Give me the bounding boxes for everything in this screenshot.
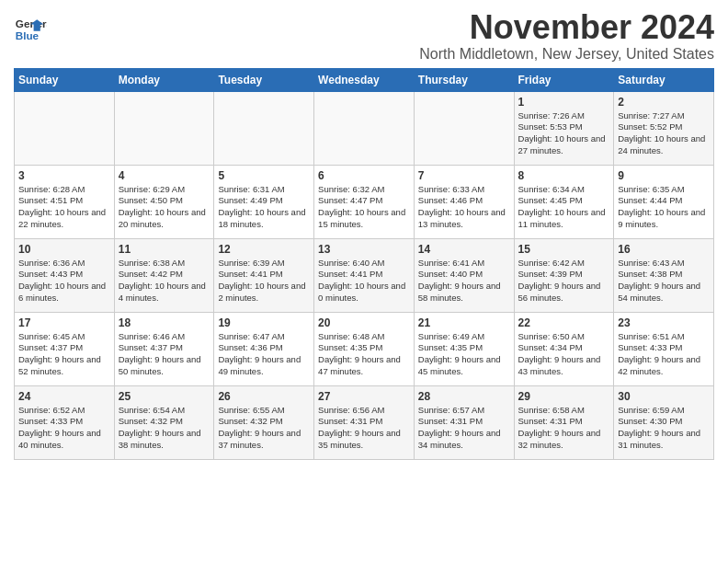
day-info: Sunrise: 6:47 AM Sunset: 4:36 PM Dayligh… <box>218 331 310 378</box>
day-number: 6 <box>318 169 410 182</box>
calendar-cell: 10Sunrise: 6:36 AM Sunset: 4:43 PM Dayli… <box>15 238 115 312</box>
month-title: November 2024 <box>419 9 714 46</box>
calendar-cell: 30Sunrise: 6:59 AM Sunset: 4:30 PM Dayli… <box>614 385 714 459</box>
calendar-cell: 17Sunrise: 6:45 AM Sunset: 4:37 PM Dayli… <box>15 312 115 385</box>
calendar-week-row: 3Sunrise: 6:28 AM Sunset: 4:51 PM Daylig… <box>15 165 714 238</box>
day-info: Sunrise: 6:34 AM Sunset: 4:45 PM Dayligh… <box>518 184 610 231</box>
calendar-cell <box>314 91 415 165</box>
day-number: 3 <box>18 169 110 182</box>
calendar-week-row: 17Sunrise: 6:45 AM Sunset: 4:37 PM Dayli… <box>15 312 714 385</box>
day-info: Sunrise: 6:59 AM Sunset: 4:30 PM Dayligh… <box>618 405 710 452</box>
day-info: Sunrise: 6:57 AM Sunset: 4:31 PM Dayligh… <box>418 405 510 452</box>
weekday-header-row: SundayMondayTuesdayWednesdayThursdayFrid… <box>15 68 714 91</box>
day-info: Sunrise: 6:42 AM Sunset: 4:39 PM Dayligh… <box>518 258 610 304</box>
day-number: 12 <box>218 243 310 256</box>
calendar-cell: 25Sunrise: 6:54 AM Sunset: 4:32 PM Dayli… <box>114 385 214 459</box>
day-number: 14 <box>418 243 510 256</box>
weekday-header-wednesday: Wednesday <box>314 68 415 91</box>
day-info: Sunrise: 6:52 AM Sunset: 4:33 PM Dayligh… <box>18 405 110 452</box>
calendar-cell: 19Sunrise: 6:47 AM Sunset: 4:36 PM Dayli… <box>214 312 314 385</box>
day-info: Sunrise: 6:28 AM Sunset: 4:51 PM Dayligh… <box>18 184 110 231</box>
day-number: 25 <box>119 390 210 403</box>
calendar-cell: 1Sunrise: 7:26 AM Sunset: 5:53 PM Daylig… <box>514 91 614 165</box>
day-number: 13 <box>318 243 410 256</box>
weekday-header-monday: Monday <box>114 68 214 91</box>
day-info: Sunrise: 6:54 AM Sunset: 4:32 PM Dayligh… <box>119 405 210 452</box>
header: General Blue November 2024 North Middlet… <box>14 9 714 63</box>
calendar-week-row: 1Sunrise: 7:26 AM Sunset: 5:53 PM Daylig… <box>15 91 714 165</box>
calendar-cell: 12Sunrise: 6:39 AM Sunset: 4:41 PM Dayli… <box>214 238 314 312</box>
day-info: Sunrise: 6:29 AM Sunset: 4:50 PM Dayligh… <box>119 184 210 231</box>
day-number: 7 <box>418 169 510 182</box>
day-number: 10 <box>18 243 110 256</box>
calendar-cell <box>414 91 514 165</box>
day-number: 30 <box>618 390 710 403</box>
day-info: Sunrise: 6:55 AM Sunset: 4:32 PM Dayligh… <box>218 405 310 452</box>
day-number: 29 <box>518 390 610 403</box>
day-info: Sunrise: 6:48 AM Sunset: 4:35 PM Dayligh… <box>318 331 410 378</box>
logo: General Blue <box>14 9 47 46</box>
day-info: Sunrise: 6:46 AM Sunset: 4:37 PM Dayligh… <box>119 331 210 378</box>
calendar-cell: 5Sunrise: 6:31 AM Sunset: 4:49 PM Daylig… <box>214 165 314 238</box>
day-number: 22 <box>518 316 610 329</box>
calendar-week-row: 10Sunrise: 6:36 AM Sunset: 4:43 PM Dayli… <box>15 238 714 312</box>
day-info: Sunrise: 6:51 AM Sunset: 4:33 PM Dayligh… <box>618 331 710 378</box>
calendar-cell: 26Sunrise: 6:55 AM Sunset: 4:32 PM Dayli… <box>214 385 314 459</box>
calendar-cell: 11Sunrise: 6:38 AM Sunset: 4:42 PM Dayli… <box>114 238 214 312</box>
day-info: Sunrise: 6:36 AM Sunset: 4:43 PM Dayligh… <box>18 258 110 304</box>
day-number: 11 <box>119 243 210 256</box>
weekday-header-sunday: Sunday <box>15 68 115 91</box>
weekday-header-saturday: Saturday <box>614 68 714 91</box>
day-info: Sunrise: 6:43 AM Sunset: 4:38 PM Dayligh… <box>618 258 710 304</box>
day-number: 4 <box>119 169 210 182</box>
weekday-header-tuesday: Tuesday <box>214 68 314 91</box>
calendar-cell <box>214 91 314 165</box>
day-info: Sunrise: 6:45 AM Sunset: 4:37 PM Dayligh… <box>18 331 110 378</box>
day-info: Sunrise: 6:38 AM Sunset: 4:42 PM Dayligh… <box>119 258 210 304</box>
location-title: North Middletown, New Jersey, United Sta… <box>419 46 714 63</box>
day-info: Sunrise: 6:50 AM Sunset: 4:34 PM Dayligh… <box>518 331 610 378</box>
calendar-cell: 14Sunrise: 6:41 AM Sunset: 4:40 PM Dayli… <box>414 238 514 312</box>
day-info: Sunrise: 6:32 AM Sunset: 4:47 PM Dayligh… <box>318 184 410 231</box>
calendar-table: SundayMondayTuesdayWednesdayThursdayFrid… <box>14 68 714 460</box>
calendar-cell: 2Sunrise: 7:27 AM Sunset: 5:52 PM Daylig… <box>614 91 714 165</box>
calendar-cell: 29Sunrise: 6:58 AM Sunset: 4:31 PM Dayli… <box>514 385 614 459</box>
calendar-cell: 13Sunrise: 6:40 AM Sunset: 4:41 PM Dayli… <box>314 238 415 312</box>
calendar-cell: 27Sunrise: 6:56 AM Sunset: 4:31 PM Dayli… <box>314 385 415 459</box>
day-number: 27 <box>318 390 410 403</box>
day-number: 2 <box>618 96 710 109</box>
calendar-cell: 18Sunrise: 6:46 AM Sunset: 4:37 PM Dayli… <box>114 312 214 385</box>
day-info: Sunrise: 6:58 AM Sunset: 4:31 PM Dayligh… <box>518 405 610 452</box>
day-number: 15 <box>518 243 610 256</box>
title-area: November 2024 North Middletown, New Jers… <box>419 9 714 63</box>
weekday-header-friday: Friday <box>514 68 614 91</box>
calendar-cell: 28Sunrise: 6:57 AM Sunset: 4:31 PM Dayli… <box>414 385 514 459</box>
calendar-cell: 16Sunrise: 6:43 AM Sunset: 4:38 PM Dayli… <box>614 238 714 312</box>
day-number: 24 <box>18 390 110 403</box>
calendar-cell: 15Sunrise: 6:42 AM Sunset: 4:39 PM Dayli… <box>514 238 614 312</box>
calendar-cell: 3Sunrise: 6:28 AM Sunset: 4:51 PM Daylig… <box>15 165 115 238</box>
day-number: 26 <box>218 390 310 403</box>
calendar-cell <box>114 91 214 165</box>
day-number: 18 <box>119 316 210 329</box>
day-number: 23 <box>618 316 710 329</box>
day-info: Sunrise: 6:31 AM Sunset: 4:49 PM Dayligh… <box>218 184 310 231</box>
day-info: Sunrise: 6:33 AM Sunset: 4:46 PM Dayligh… <box>418 184 510 231</box>
calendar-cell: 7Sunrise: 6:33 AM Sunset: 4:46 PM Daylig… <box>414 165 514 238</box>
day-info: Sunrise: 7:27 AM Sunset: 5:52 PM Dayligh… <box>618 110 710 157</box>
day-info: Sunrise: 6:40 AM Sunset: 4:41 PM Dayligh… <box>318 258 410 304</box>
day-number: 17 <box>18 316 110 329</box>
calendar-cell: 20Sunrise: 6:48 AM Sunset: 4:35 PM Dayli… <box>314 312 415 385</box>
calendar-week-row: 24Sunrise: 6:52 AM Sunset: 4:33 PM Dayli… <box>15 385 714 459</box>
day-number: 8 <box>518 169 610 182</box>
calendar-cell: 4Sunrise: 6:29 AM Sunset: 4:50 PM Daylig… <box>114 165 214 238</box>
day-info: Sunrise: 6:41 AM Sunset: 4:40 PM Dayligh… <box>418 258 510 304</box>
day-info: Sunrise: 6:35 AM Sunset: 4:44 PM Dayligh… <box>618 184 710 231</box>
calendar-cell: 21Sunrise: 6:49 AM Sunset: 4:35 PM Dayli… <box>414 312 514 385</box>
day-info: Sunrise: 7:26 AM Sunset: 5:53 PM Dayligh… <box>518 110 610 157</box>
calendar-cell: 22Sunrise: 6:50 AM Sunset: 4:34 PM Dayli… <box>514 312 614 385</box>
day-info: Sunrise: 6:39 AM Sunset: 4:41 PM Dayligh… <box>218 258 310 304</box>
day-number: 19 <box>218 316 310 329</box>
calendar-cell: 9Sunrise: 6:35 AM Sunset: 4:44 PM Daylig… <box>614 165 714 238</box>
day-info: Sunrise: 6:49 AM Sunset: 4:35 PM Dayligh… <box>418 331 510 378</box>
